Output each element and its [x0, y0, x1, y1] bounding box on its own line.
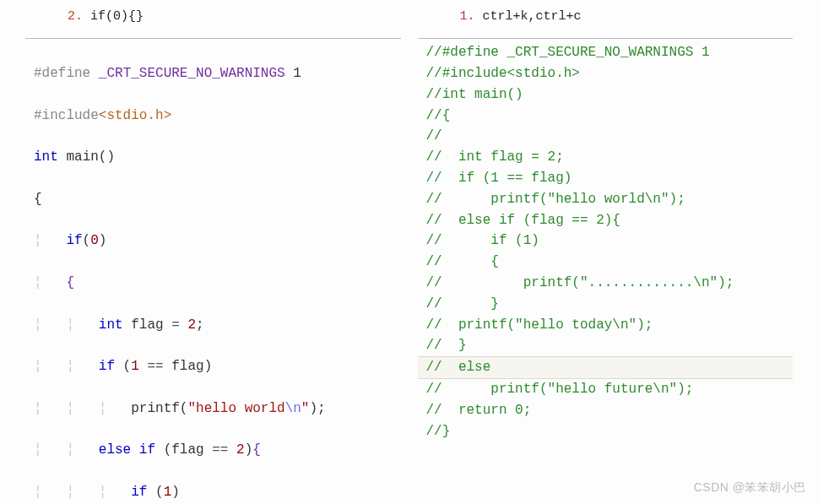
comment-text: // printf("hello world\n"); [426, 192, 685, 207]
comment-line: // if (1 == flag) [418, 168, 794, 189]
lit-two: 2 [187, 317, 196, 333]
left-code: #define _CRT_SECURE_NO_WARNINGS 1 #inclu… [25, 38, 401, 504]
fn-main: main [66, 149, 98, 165]
macro-name: _CRT_SECURE_NO_WARNINGS [99, 66, 285, 81]
var-flag3: flag [171, 442, 203, 458]
kw-int: int [34, 149, 58, 165]
comment-text: // } [426, 338, 467, 353]
comment-line: // printf("hello future\n"); [418, 379, 794, 400]
pp-include: #include [34, 108, 99, 123]
pp-define: #define [34, 66, 90, 81]
comment-line: // } [418, 294, 794, 315]
var-flag: flag [131, 317, 163, 333]
kw-if4: if [131, 485, 147, 500]
left-header: 2. if(0){} [25, 0, 401, 38]
comment-line: // int flag = 2; [418, 147, 794, 168]
comment-line: // { [418, 252, 794, 273]
op-eqeq2: == [212, 442, 228, 458]
str-world: "hello world [187, 401, 284, 416]
left-header-number: 2. [68, 9, 83, 24]
right-header: 1. ctrl+k,ctrl+c [418, 0, 794, 38]
left-header-text: if(0){} [90, 9, 144, 24]
lit-zero: 0 [90, 233, 99, 248]
comment-line: //} [418, 421, 794, 442]
comment-text: // if (1 == flag) [426, 171, 572, 186]
lit-one2: 1 [164, 485, 172, 500]
right-code: //#define _CRT_SECURE_NO_WARNINGS 1//#in… [418, 38, 794, 442]
comment-text: //#define _CRT_SECURE_NO_WARNINGS 1 [426, 45, 710, 60]
comment-text: //int main() [426, 87, 523, 102]
comment-line: // if (1) [418, 230, 794, 252]
include-header: <stdio.h> [99, 108, 171, 123]
comment-text: // } [426, 296, 499, 312]
comment-text: // { [426, 254, 499, 269]
comment-line: // printf(".............\n"); [418, 273, 794, 294]
comment-text: // return 0; [426, 403, 532, 418]
str-close: " [301, 401, 310, 416]
comment-line: // return 0; [418, 400, 794, 421]
comment-line: // printf("hello today\n"); [418, 315, 794, 336]
comment-text: // int flag = 2; [426, 149, 564, 165]
comment-text: // printf(".............\n"); [426, 275, 734, 290]
comment-line: //#include<stdio.h> [418, 63, 794, 84]
comment-text: // else [426, 360, 491, 375]
macro-value: 1 [293, 66, 301, 81]
fn-printf: printf [131, 401, 180, 416]
op-eqeq: == [147, 359, 163, 374]
var-flag2: flag [171, 359, 203, 374]
kw-if2: if [99, 359, 115, 374]
comment-text: // else if (flag == 2){ [426, 213, 620, 228]
kw-else: else [99, 442, 131, 458]
watermark: CSDN @笨笨胡小巴 [694, 479, 806, 497]
comment-line: // else [418, 356, 794, 379]
kw-if: if [66, 233, 82, 248]
op-eq: = [171, 317, 180, 333]
comment-text: // printf("hello today\n"); [426, 317, 653, 333]
right-header-number: 1. [460, 9, 475, 24]
comment-text: //} [426, 424, 451, 439]
lit-one: 1 [131, 359, 139, 374]
comment-line: //{ [418, 106, 794, 127]
comment-text: // [426, 128, 442, 144]
comment-line: //#define _CRT_SECURE_NO_WARNINGS 1 [418, 42, 794, 63]
comment-text: // if (1) [426, 233, 539, 248]
comment-line: // else if (flag == 2){ [418, 210, 794, 231]
comment-line: // } [418, 335, 794, 356]
comment-line: //int main() [418, 84, 794, 106]
comment-text: // printf("hello future\n"); [426, 382, 694, 397]
comment-text: //#include<stdio.h> [426, 66, 580, 81]
right-column: 1. ctrl+k,ctrl+c //#define _CRT_SECURE_N… [418, 0, 794, 504]
comment-text: //{ [426, 108, 451, 123]
right-header-text: ctrl+k,ctrl+c [483, 9, 582, 24]
comment-line: // [418, 126, 794, 147]
kw-if3: if [139, 442, 155, 458]
esc-n: \n [285, 401, 301, 416]
left-column: 2. if(0){} #define _CRT_SECURE_NO_WARNIN… [25, 0, 401, 504]
comment-line: // printf("hello world\n"); [418, 189, 794, 210]
lit-two2: 2 [236, 442, 245, 458]
kw-int2: int [99, 317, 123, 333]
